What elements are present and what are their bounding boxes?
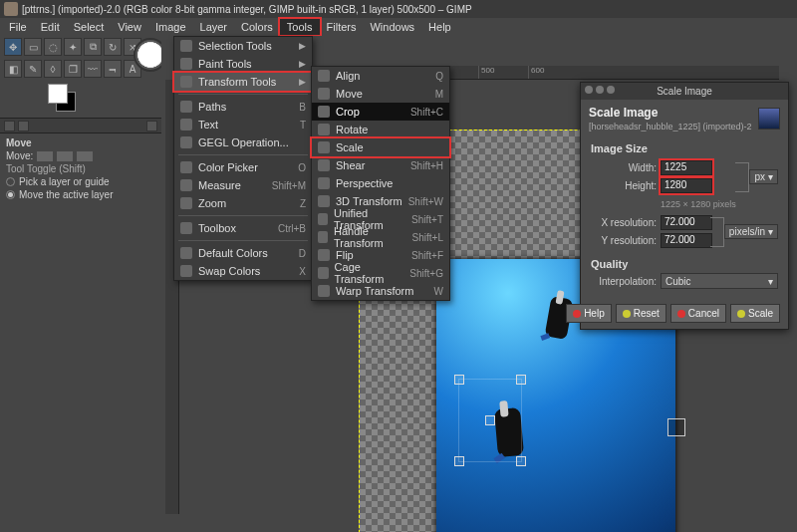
- tools-menu-color-picker[interactable]: Color PickerO: [174, 158, 312, 176]
- transform-menu-handle-transform[interactable]: Handle TransformShift+L: [312, 228, 449, 246]
- crop-overlay[interactable]: [458, 379, 522, 462]
- width-input[interactable]: 1225: [661, 160, 712, 175]
- crop-handle-bl[interactable]: [454, 456, 464, 466]
- reset-button[interactable]: Reset: [616, 304, 666, 323]
- height-input[interactable]: 1280: [661, 178, 712, 193]
- help-button[interactable]: Help: [566, 304, 612, 323]
- path-tool[interactable]: ⫬: [104, 60, 122, 78]
- menu-colors[interactable]: Colors: [234, 19, 280, 35]
- min-icon[interactable]: [596, 86, 604, 94]
- dialog-titlebar[interactable]: Scale Image: [581, 83, 788, 100]
- smudge-tool[interactable]: 〰: [84, 60, 102, 78]
- size-unit-select[interactable]: px▾: [749, 169, 778, 184]
- menu-layer[interactable]: Layer: [193, 19, 235, 35]
- res-unit-select[interactable]: pixels/in▾: [724, 224, 778, 239]
- radio-move-active[interactable]: [6, 190, 15, 199]
- move-mode-layer[interactable]: [37, 151, 53, 161]
- rect-select-tool[interactable]: ▭: [24, 38, 42, 56]
- bucket-tool[interactable]: ◧: [4, 60, 22, 78]
- transform-menu-scale[interactable]: Scale: [312, 138, 449, 156]
- tools-menu-paths[interactable]: PathsB: [174, 98, 312, 116]
- menu-image[interactable]: Image: [148, 19, 193, 35]
- yres-input[interactable]: 72.000: [661, 233, 712, 248]
- menu-tools[interactable]: Tools: [280, 19, 320, 35]
- chevron-down-icon: ▾: [768, 226, 773, 237]
- transform-menu-shear[interactable]: ShearShift+H: [312, 156, 449, 174]
- menu-edit[interactable]: Edit: [34, 19, 67, 35]
- crop-handle-tl[interactable]: [454, 375, 464, 385]
- transform-menu-rotate[interactable]: Rotate: [312, 121, 449, 138]
- tools-menu-text[interactable]: TextT: [174, 116, 312, 133]
- radio-row-1[interactable]: Pick a layer or guide: [6, 176, 155, 187]
- crop-handle-center[interactable]: [485, 415, 495, 425]
- menu-view[interactable]: View: [111, 19, 148, 35]
- rotate-tool[interactable]: ↻: [104, 38, 122, 56]
- transform-tools-submenu[interactable]: AlignQMoveMCropShift+CRotateScaleShearSh…: [311, 66, 450, 301]
- crop-tool[interactable]: ⧉: [84, 38, 102, 56]
- chevron-down-icon: ▾: [768, 276, 773, 287]
- tools-menu-zoom[interactable]: ZoomZ: [174, 194, 312, 212]
- res-chain-icon[interactable]: [710, 217, 724, 247]
- color-swatches[interactable]: [48, 84, 78, 114]
- tools-menu-transform-tools[interactable]: Transform Tools▶: [174, 73, 312, 91]
- menu-item-icon: [180, 265, 192, 277]
- tools-menu-gegl-operation-[interactable]: GEGL Operation...: [174, 133, 312, 151]
- scale-button[interactable]: Scale: [730, 304, 780, 323]
- pencil-tool[interactable]: ✎: [24, 60, 42, 78]
- tools-menu[interactable]: Selection Tools▶Paint Tools▶Transform To…: [173, 36, 313, 281]
- chain-icon[interactable]: [735, 162, 749, 192]
- dock-tab-1[interactable]: [4, 121, 15, 132]
- clone-tool[interactable]: ❐: [64, 60, 82, 78]
- radio-move-active-label: Move the active layer: [19, 189, 114, 200]
- dock-tabs[interactable]: [0, 118, 161, 133]
- radio-row-2[interactable]: Move the active layer: [6, 189, 155, 200]
- menu-help[interactable]: Help: [421, 19, 458, 35]
- radio-pick-layer[interactable]: [6, 177, 15, 186]
- move-mode-path[interactable]: [77, 151, 93, 161]
- menu-item-icon: [180, 40, 192, 52]
- dialog-title: Scale Image: [657, 86, 712, 97]
- menubar[interactable]: FileEditSelectViewImageLayerColorsToolsF…: [0, 18, 797, 36]
- dock-tab-2[interactable]: [18, 121, 29, 132]
- tools-menu-selection-tools[interactable]: Selection Tools▶: [174, 37, 312, 55]
- crop-handle-tr[interactable]: [516, 375, 526, 385]
- transform-menu-cage-transform[interactable]: Cage TransformShift+G: [312, 264, 449, 282]
- cancel-button[interactable]: Cancel: [670, 304, 726, 323]
- transform-menu-move[interactable]: MoveM: [312, 85, 449, 103]
- layer-handle-mr[interactable]: [667, 418, 685, 436]
- chevron-down-icon: ▾: [768, 171, 773, 182]
- menu-file[interactable]: File: [2, 19, 34, 35]
- scale-image-dialog[interactable]: Scale Image Scale Image [horseheadsr_hub…: [580, 82, 789, 330]
- tools-menu-measure[interactable]: MeasureShift+M: [174, 176, 312, 194]
- menu-select[interactable]: Select: [67, 19, 112, 35]
- radio-pick-layer-label: Pick a layer or guide: [19, 176, 110, 187]
- menu-filters[interactable]: Filters: [320, 19, 364, 35]
- menu-windows[interactable]: Windows: [363, 19, 421, 35]
- dialog-heading: Scale Image: [589, 106, 752, 120]
- transform-menu-align[interactable]: AlignQ: [312, 67, 449, 85]
- interp-select[interactable]: Cubic▾: [661, 273, 778, 289]
- fuzzy-select-tool[interactable]: ✦: [64, 38, 82, 56]
- menu-item-icon: [318, 195, 330, 207]
- transform-menu-perspective[interactable]: Perspective: [312, 174, 449, 192]
- move-tool[interactable]: ✥: [4, 38, 22, 56]
- quality-section: Quality Interpolation: Cubic▾: [581, 253, 788, 294]
- dock-tab-3[interactable]: [146, 121, 157, 132]
- xres-label: X resolution:: [591, 217, 657, 228]
- tools-menu-swap-colors[interactable]: Swap ColorsX: [174, 262, 312, 280]
- tools-menu-default-colors[interactable]: Default ColorsD: [174, 244, 312, 262]
- zoom-icon[interactable]: [607, 86, 615, 94]
- crop-handle-br[interactable]: [516, 456, 526, 466]
- menu-item-icon: [318, 285, 330, 297]
- transform-menu-crop[interactable]: CropShift+C: [312, 103, 449, 121]
- fg-color[interactable]: [48, 84, 68, 104]
- move-mode-sel[interactable]: [57, 151, 73, 161]
- menu-item-icon: [318, 177, 330, 189]
- close-icon[interactable]: [585, 86, 593, 94]
- eraser-tool[interactable]: ◊: [44, 60, 62, 78]
- tools-menu-toolbox[interactable]: ToolboxCtrl+B: [174, 219, 312, 237]
- transform-menu-warp-transform[interactable]: Warp TransformW: [312, 282, 449, 300]
- tools-menu-paint-tools[interactable]: Paint Tools▶: [174, 55, 312, 73]
- xres-input[interactable]: 72.000: [661, 215, 712, 230]
- free-select-tool[interactable]: ◌: [44, 38, 62, 56]
